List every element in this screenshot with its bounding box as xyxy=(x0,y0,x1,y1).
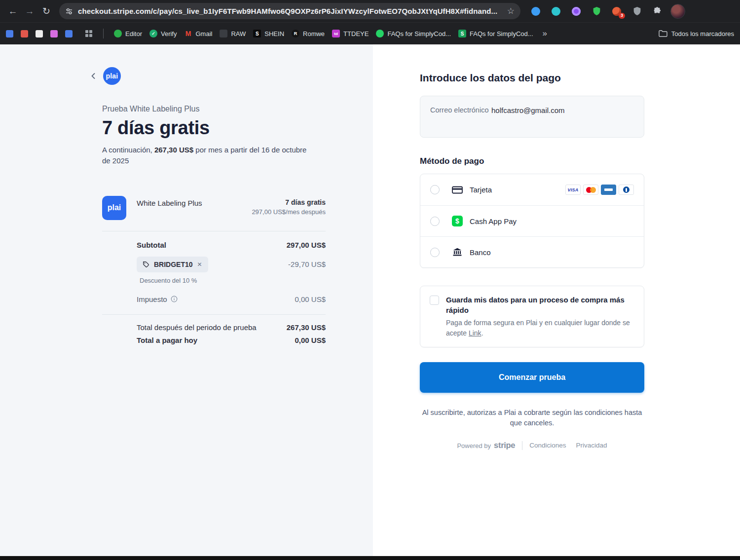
bookmark-label: Romwe xyxy=(303,30,325,37)
product-logo-text: plai xyxy=(108,203,121,212)
payment-title: Introduce los datos del pago xyxy=(420,72,740,84)
back-link[interactable] xyxy=(89,72,97,80)
browser-toolbar: ← → ↻ checkout.stripe.com/c/pay/cs_live_… xyxy=(0,0,740,22)
extensions-area: 3 xyxy=(530,6,663,17)
extension-icon-red-badge[interactable]: 3 xyxy=(611,6,622,17)
site-settings-icon[interactable] xyxy=(65,7,73,15)
reload-button[interactable]: ↻ xyxy=(38,3,54,19)
bookmark-ttdeye[interactable]: tdTTDEYE xyxy=(332,30,369,37)
merchant-logo: plai xyxy=(103,67,121,85)
card-radio-button[interactable] xyxy=(430,185,440,194)
bookmarks-overflow-chevron-icon[interactable]: » xyxy=(543,29,547,38)
bank-icon xyxy=(451,248,463,257)
extension-icon-teal[interactable] xyxy=(551,6,561,17)
diners-icon xyxy=(619,185,634,195)
all-bookmarks-button[interactable]: Todos los marcadores xyxy=(659,30,734,37)
extensions-puzzle-icon[interactable] xyxy=(652,6,663,17)
bookmark-faqs-1[interactable]: FAQs for SimplyCod... xyxy=(376,30,451,37)
payment-method-bank[interactable]: Banco xyxy=(420,236,644,267)
bookmarks-bar: Editor ✓Verify MGmail RAW SSHEIN RRomwe … xyxy=(0,22,740,44)
pinned-bookmark-white[interactable] xyxy=(36,30,43,37)
bookmark-shein[interactable]: SSHEIN xyxy=(253,30,284,37)
bookmark-raw[interactable]: RAW xyxy=(220,30,246,37)
email-label: Correo electrónico xyxy=(430,105,491,128)
bookmark-label: TTDEYE xyxy=(343,30,369,37)
email-value: holfcastro@gmail.com xyxy=(491,105,565,128)
pinned-bookmark-blue[interactable] xyxy=(6,30,13,37)
tax-value: 0,00 US$ xyxy=(295,295,326,303)
trial-headline: 7 días gratis xyxy=(102,117,326,139)
bookmarks-separator xyxy=(103,29,104,38)
ttdeye-favicon-icon: td xyxy=(332,30,340,37)
faqs1-favicon-icon xyxy=(376,30,384,37)
coupon-badge: BRIDGET10 ✕ xyxy=(137,257,208,272)
footer-divider xyxy=(522,441,522,450)
pinned-bookmark-red[interactable] xyxy=(21,30,28,37)
payment-method-card[interactable]: Tarjeta VISA xyxy=(420,174,644,205)
cashapp-icon: $ xyxy=(452,216,463,226)
save-info-box: Guarda mis datos para un proceso de comp… xyxy=(420,286,644,347)
cashapp-radio-button[interactable] xyxy=(430,217,440,226)
payment-method-title: Método de pago xyxy=(420,156,740,166)
save-info-checkbox[interactable] xyxy=(430,296,439,305)
payment-method-cashapp[interactable]: $ Cash App Pay xyxy=(420,205,644,236)
powered-by-text: Powered by xyxy=(457,442,491,449)
stripe-wordmark: stripe xyxy=(494,441,515,450)
card-method-label: Tarjeta xyxy=(470,186,492,194)
save-info-description: Paga de forma segura en Plai y en cualqu… xyxy=(446,318,634,338)
bottom-edge-strip xyxy=(0,556,740,560)
subtotal-row: Subtotal 297,00 US$ xyxy=(137,241,326,249)
bookmark-faqs-2[interactable]: SFAQs for SimplyCod... xyxy=(458,30,533,37)
bookmark-verify[interactable]: ✓Verify xyxy=(149,30,177,37)
order-summary-panel: plai Prueba White Labeling Plus 7 días g… xyxy=(0,44,373,556)
back-arrow-icon xyxy=(89,72,97,80)
coupon-code: BRIDGET10 xyxy=(154,261,193,268)
verify-favicon-icon: ✓ xyxy=(149,30,157,37)
extension-icon-green-shield[interactable] xyxy=(591,6,602,17)
total-due-today-label: Total a pagar hoy xyxy=(137,336,197,344)
link-link[interactable]: Link xyxy=(469,329,481,337)
card-brand-badges: VISA xyxy=(565,185,634,195)
info-icon[interactable] xyxy=(171,296,178,302)
back-button[interactable]: ← xyxy=(5,3,21,19)
coupon-description: Descuento del 10 % xyxy=(140,277,326,284)
billing-summary-prefix: A continuación, xyxy=(102,146,154,154)
summary-divider xyxy=(102,231,326,231)
bank-method-label: Banco xyxy=(470,248,491,257)
bookmark-label: RAW xyxy=(231,30,246,37)
subtotal-label: Subtotal xyxy=(137,241,166,249)
address-bar[interactable]: checkout.stripe.com/c/pay/cs_live_b1IyF6… xyxy=(59,3,520,19)
bookmark-star-icon[interactable]: ☆ xyxy=(507,6,515,16)
extension-icon-purple[interactable] xyxy=(571,6,582,17)
faqs2-favicon-icon: S xyxy=(458,30,466,37)
bookmark-editor[interactable]: Editor xyxy=(114,30,142,37)
bookmark-label: Editor xyxy=(125,30,142,37)
pinned-bookmark-blue2[interactable] xyxy=(65,30,73,37)
total-due-today-value: 0,00 US$ xyxy=(295,336,326,344)
terms-link[interactable]: Condiciones xyxy=(529,442,566,449)
bookmark-romwe[interactable]: RRomwe xyxy=(292,30,325,37)
remove-coupon-icon[interactable]: ✕ xyxy=(197,261,202,268)
extension-icon-gray-shield[interactable] xyxy=(631,6,642,17)
pinned-bookmark-pink[interactable] xyxy=(50,30,58,37)
bookmark-gmail[interactable]: MGmail xyxy=(184,30,212,37)
privacy-link[interactable]: Privacidad xyxy=(576,442,607,449)
coupon-row: BRIDGET10 ✕ -29,70 US$ xyxy=(137,257,326,272)
total-after-trial-row: Total después del periodo de prueba 267,… xyxy=(137,323,326,332)
extension-icon-blue[interactable] xyxy=(530,6,541,17)
extension-badge: 3 xyxy=(619,13,625,19)
bank-radio-button[interactable] xyxy=(430,248,440,257)
save-info-desc-period: . xyxy=(481,329,483,337)
tax-row: Impuesto 0,00 US$ xyxy=(137,295,326,303)
forward-button[interactable]: → xyxy=(22,3,37,19)
start-trial-button[interactable]: Comenzar prueba xyxy=(420,362,644,393)
line-item: plai White Labeling Plus 7 días gratis 2… xyxy=(102,196,326,220)
payment-method-list: Tarjeta VISA $ Cash App Pay Banco xyxy=(420,174,644,268)
apps-grid-icon[interactable] xyxy=(85,30,93,37)
total-due-today-row: Total a pagar hoy 0,00 US$ xyxy=(137,336,326,344)
product-line: Prueba White Labeling Plus xyxy=(102,105,326,113)
profile-avatar[interactable] xyxy=(670,4,685,19)
tag-icon xyxy=(143,261,149,268)
payment-panel: Introduce los datos del pago Correo elec… xyxy=(373,44,740,556)
bookmark-label: Verify xyxy=(161,30,177,37)
